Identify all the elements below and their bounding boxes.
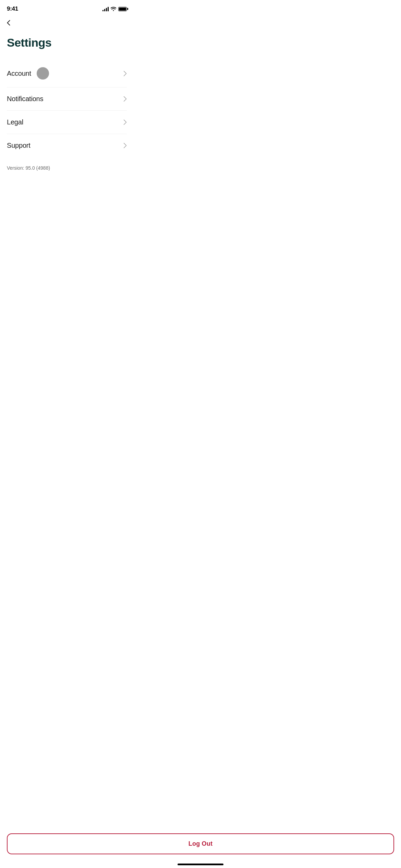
back-button[interactable] xyxy=(0,16,134,29)
version-text: Version: 95.0 (4988) xyxy=(0,157,134,171)
account-chevron-icon xyxy=(123,71,127,76)
status-time: 9:41 xyxy=(7,5,18,12)
notifications-chevron-icon xyxy=(123,96,127,102)
settings-item-account-left: Account xyxy=(7,67,49,80)
settings-item-support[interactable]: Support xyxy=(7,134,127,157)
legal-chevron-icon xyxy=(123,119,127,125)
settings-item-account[interactable]: Account xyxy=(7,60,127,87)
settings-item-notifications[interactable]: Notifications xyxy=(7,87,127,111)
support-chevron-icon xyxy=(123,143,127,148)
wifi-icon xyxy=(111,7,116,11)
settings-item-notifications-label: Notifications xyxy=(7,95,43,103)
account-avatar xyxy=(37,67,49,80)
settings-item-legal[interactable]: Legal xyxy=(7,111,127,134)
settings-item-account-label: Account xyxy=(7,70,31,77)
status-icons xyxy=(102,7,127,11)
back-chevron-icon xyxy=(7,20,10,26)
signal-icon xyxy=(102,7,109,11)
battery-icon xyxy=(118,7,127,11)
settings-list: Account Notifications Legal Support xyxy=(0,60,134,157)
settings-item-support-left: Support xyxy=(7,142,31,149)
settings-item-notifications-left: Notifications xyxy=(7,95,43,103)
status-bar: 9:41 xyxy=(0,0,134,16)
settings-item-support-label: Support xyxy=(7,142,31,149)
page-title: Settings xyxy=(0,29,134,60)
settings-item-legal-left: Legal xyxy=(7,118,23,126)
settings-item-legal-label: Legal xyxy=(7,118,23,126)
